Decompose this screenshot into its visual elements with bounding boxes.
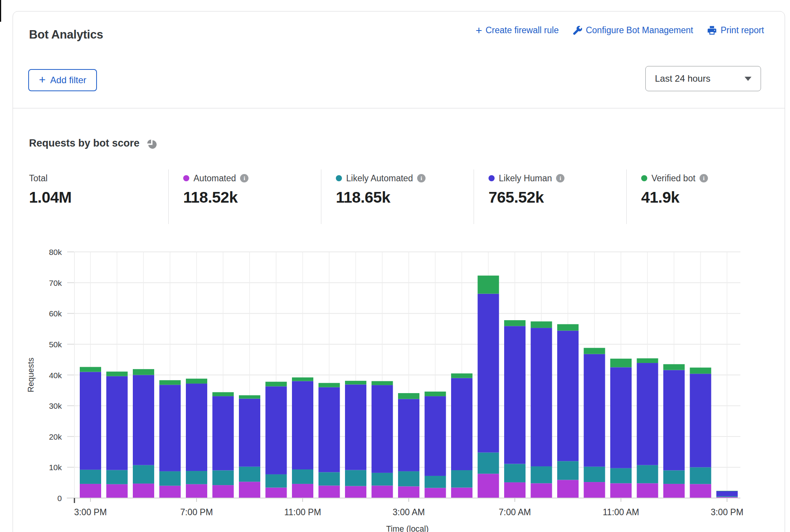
bar-segment-likely-human-800AM[interactable] bbox=[531, 328, 552, 466]
bar-segment-likely-automated-1100PM[interactable] bbox=[292, 469, 313, 484]
bar-segment-likely-automated-400PM[interactable] bbox=[106, 470, 128, 484]
bar-segment-likely-automated-700PM[interactable] bbox=[186, 471, 207, 484]
bar-segment-likely-automated-1200AM[interactable] bbox=[319, 472, 340, 485]
bar-segment-likely-human-300PM[interactable] bbox=[80, 372, 101, 469]
bar-segment-verified-bot-700AM[interactable] bbox=[504, 320, 526, 326]
bar-segment-likely-automated-500AM[interactable] bbox=[451, 470, 472, 488]
bar-segment-automated-300PM[interactable] bbox=[80, 484, 101, 498]
bar-segment-automated-600AM[interactable] bbox=[478, 474, 499, 498]
bar-segment-automated-400AM[interactable] bbox=[425, 488, 446, 498]
bar-segment-likely-human-600AM[interactable] bbox=[478, 294, 499, 453]
bar-segment-verified-bot-600PM[interactable] bbox=[160, 380, 181, 385]
info-icon[interactable]: i bbox=[700, 174, 708, 182]
bar-segment-likely-human-300PM[interactable] bbox=[716, 491, 738, 496]
bar-segment-likely-automated-700AM[interactable] bbox=[504, 464, 526, 482]
bar-segment-verified-bot-100PM[interactable] bbox=[663, 364, 685, 370]
configure-bot-management-link[interactable]: Configure Bot Management bbox=[572, 25, 693, 35]
bar-segment-verified-bot-1200PM[interactable] bbox=[637, 358, 658, 363]
bar-segment-likely-human-1100AM[interactable] bbox=[610, 367, 632, 468]
bar-segment-automated-300AM[interactable] bbox=[398, 486, 419, 498]
bar-segment-verified-bot-1200AM[interactable] bbox=[319, 383, 340, 387]
bar-segment-likely-human-1000AM[interactable] bbox=[584, 354, 605, 467]
bar-segment-likely-automated-1000PM[interactable] bbox=[266, 474, 287, 488]
bar-segment-likely-human-400PM[interactable] bbox=[106, 376, 128, 470]
bar-segment-automated-1100PM[interactable] bbox=[292, 484, 313, 498]
bar-segment-likely-automated-1200PM[interactable] bbox=[637, 465, 658, 484]
bar-segment-likely-automated-500PM[interactable] bbox=[133, 465, 154, 484]
bar-segment-automated-500AM[interactable] bbox=[451, 488, 472, 498]
bar-segment-likely-human-400AM[interactable] bbox=[425, 396, 446, 476]
bar-segment-likely-human-700PM[interactable] bbox=[186, 384, 207, 471]
bar-segment-likely-human-200AM[interactable] bbox=[372, 385, 393, 473]
bar-segment-likely-automated-300PM[interactable] bbox=[80, 470, 101, 484]
bar-segment-automated-100PM[interactable] bbox=[663, 484, 685, 498]
bar-segment-verified-bot-300PM[interactable] bbox=[716, 491, 738, 491]
bar-segment-verified-bot-300PM[interactable] bbox=[80, 367, 101, 372]
bar-segment-likely-automated-600PM[interactable] bbox=[160, 471, 181, 486]
bar-segment-verified-bot-1100AM[interactable] bbox=[610, 359, 632, 368]
bar-segment-likely-human-900AM[interactable] bbox=[557, 330, 579, 461]
bar-segment-automated-900AM[interactable] bbox=[557, 480, 579, 498]
bar-segment-likely-human-200PM[interactable] bbox=[690, 374, 711, 467]
bar-segment-automated-800PM[interactable] bbox=[213, 485, 234, 498]
bar-segment-likely-automated-300AM[interactable] bbox=[398, 471, 419, 487]
bar-segment-verified-bot-500PM[interactable] bbox=[133, 369, 154, 375]
bar-segment-automated-1200PM[interactable] bbox=[637, 483, 658, 498]
bar-segment-automated-800AM[interactable] bbox=[531, 483, 552, 498]
bar-segment-likely-human-600PM[interactable] bbox=[160, 385, 181, 471]
add-filter-button[interactable]: + Add filter bbox=[28, 69, 97, 91]
bar-segment-automated-200PM[interactable] bbox=[690, 484, 711, 498]
bar-segment-verified-bot-800AM[interactable] bbox=[531, 321, 552, 328]
bar-segment-verified-bot-900AM[interactable] bbox=[557, 324, 579, 330]
bar-segment-verified-bot-800PM[interactable] bbox=[213, 392, 234, 396]
bar-segment-automated-1000PM[interactable] bbox=[266, 488, 287, 498]
bar-segment-verified-bot-1000PM[interactable] bbox=[266, 382, 287, 386]
bar-segment-automated-700AM[interactable] bbox=[504, 482, 526, 498]
bar-segment-likely-human-500AM[interactable] bbox=[451, 378, 472, 470]
info-icon[interactable]: i bbox=[417, 174, 426, 182]
print-report-link[interactable]: Print report bbox=[707, 25, 764, 35]
bar-segment-verified-bot-200AM[interactable] bbox=[372, 381, 393, 385]
bar-segment-automated-1000AM[interactable] bbox=[584, 482, 605, 498]
time-range-select[interactable]: Last 24 hours bbox=[645, 66, 761, 91]
bar-segment-verified-bot-900PM[interactable] bbox=[239, 395, 260, 399]
create-firewall-rule-link[interactable]: + Create firewall rule bbox=[476, 25, 559, 35]
bar-segment-automated-500PM[interactable] bbox=[133, 484, 154, 498]
bar-segment-likely-human-300AM[interactable] bbox=[398, 399, 419, 471]
bar-segment-likely-human-1200PM[interactable] bbox=[637, 363, 658, 465]
bar-segment-likely-automated-800PM[interactable] bbox=[213, 470, 234, 485]
bar-segment-automated-1200AM[interactable] bbox=[319, 485, 340, 498]
bar-segment-verified-bot-300AM[interactable] bbox=[398, 393, 419, 399]
bar-segment-likely-automated-200AM[interactable] bbox=[372, 473, 393, 485]
bar-segment-verified-bot-1100PM[interactable] bbox=[292, 377, 313, 381]
bar-segment-likely-human-1100PM[interactable] bbox=[292, 381, 313, 469]
bar-segment-automated-200AM[interactable] bbox=[372, 485, 393, 498]
bar-segment-likely-automated-900AM[interactable] bbox=[557, 461, 579, 480]
bar-segment-likely-human-1000PM[interactable] bbox=[266, 386, 287, 474]
bar-segment-likely-automated-100AM[interactable] bbox=[345, 470, 366, 486]
bar-segment-verified-bot-100AM[interactable] bbox=[345, 381, 366, 385]
bar-segment-likely-automated-200PM[interactable] bbox=[690, 467, 711, 484]
bar-segment-automated-1100AM[interactable] bbox=[610, 483, 632, 498]
bar-segment-likely-human-900PM[interactable] bbox=[239, 399, 260, 467]
bar-segment-likely-human-100AM[interactable] bbox=[345, 384, 366, 470]
bar-segment-likely-automated-1100AM[interactable] bbox=[610, 468, 632, 484]
bar-segment-verified-bot-400PM[interactable] bbox=[106, 372, 128, 376]
bar-segment-verified-bot-600AM[interactable] bbox=[478, 276, 499, 294]
bar-segment-likely-automated-300PM[interactable] bbox=[716, 496, 738, 497]
bar-segment-verified-bot-400AM[interactable] bbox=[425, 392, 446, 396]
bar-segment-likely-human-800PM[interactable] bbox=[213, 396, 234, 470]
bar-segment-likely-human-1200AM[interactable] bbox=[319, 387, 340, 472]
bar-segment-verified-bot-1000AM[interactable] bbox=[584, 348, 605, 354]
bar-segment-verified-bot-700PM[interactable] bbox=[186, 379, 207, 384]
bar-segment-automated-100AM[interactable] bbox=[345, 486, 366, 498]
bar-segment-likely-human-700AM[interactable] bbox=[504, 326, 526, 464]
bar-segment-automated-900PM[interactable] bbox=[239, 482, 260, 498]
bar-segment-likely-automated-800AM[interactable] bbox=[531, 466, 552, 483]
bar-segment-automated-400PM[interactable] bbox=[106, 484, 128, 498]
bar-segment-automated-600PM[interactable] bbox=[160, 486, 181, 498]
bar-segment-verified-bot-500AM[interactable] bbox=[451, 373, 472, 378]
bar-segment-verified-bot-200PM[interactable] bbox=[690, 368, 711, 374]
info-icon[interactable]: i bbox=[240, 174, 248, 182]
bar-segment-likely-human-500PM[interactable] bbox=[133, 375, 154, 465]
